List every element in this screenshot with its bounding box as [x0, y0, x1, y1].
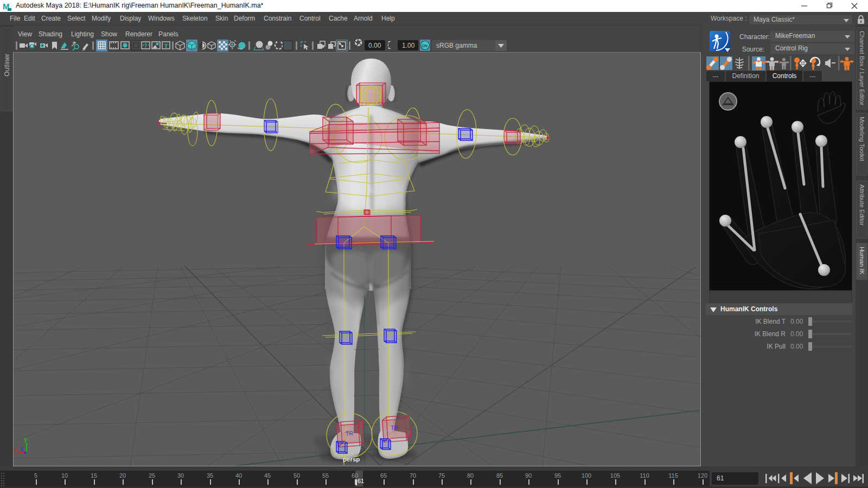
svg-text:TR: TR	[346, 430, 353, 436]
svg-text:x: x	[14, 447, 17, 453]
svg-text:0.00: 0.00	[368, 42, 381, 49]
svg-text:TR: TR	[391, 425, 398, 431]
svg-text:y: y	[24, 436, 28, 442]
svg-text:1.00: 1.00	[402, 42, 415, 49]
svg-text:persp: persp	[343, 456, 360, 463]
svg-text:sRGB gamma: sRGB gamma	[436, 42, 477, 49]
svg-text:ON: ON	[422, 44, 428, 48]
svg-text:T: T	[164, 42, 169, 49]
svg-text:z: z	[21, 446, 23, 452]
